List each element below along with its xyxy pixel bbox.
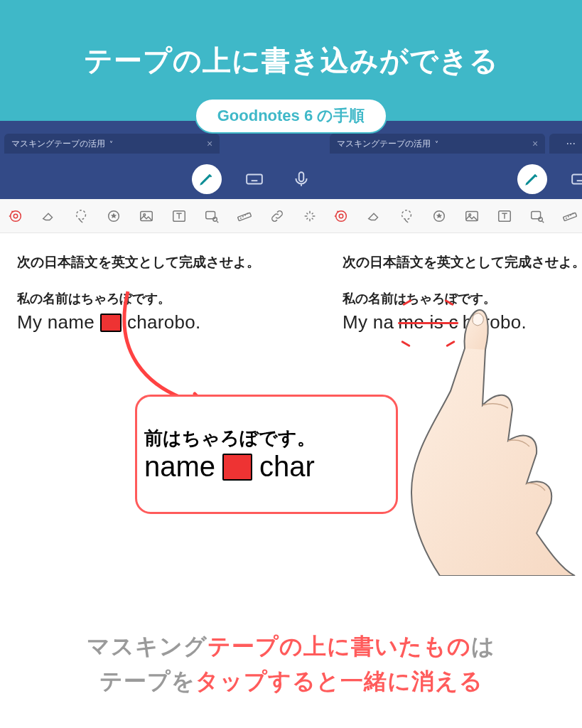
caption-line1: マスキングテープの上に書いたものは [0, 629, 582, 665]
cap-1a: マスキング [87, 633, 208, 659]
svg-point-16 [402, 210, 411, 219]
image-tool-icon[interactable] [462, 206, 482, 226]
tape-tool-icon[interactable] [331, 206, 351, 226]
masking-tape-square[interactable] [100, 314, 122, 332]
svg-rect-0 [247, 175, 262, 184]
eraser-tool-icon[interactable] [364, 206, 384, 226]
tap-burst-icon: me is c [398, 311, 458, 333]
pen-mode-button[interactable] [192, 164, 222, 194]
tab-notebook[interactable]: マスキングテープの活用 ˅ × [4, 134, 220, 154]
ruler-tool-icon[interactable] [560, 206, 580, 226]
cap-1b: テープの上に書いたもの [208, 633, 471, 659]
image-tool-icon[interactable] [136, 206, 156, 226]
zoom-b: char [259, 451, 315, 483]
tool-row-right [325, 199, 582, 233]
svg-rect-23 [563, 213, 576, 220]
link-tool-icon[interactable] [267, 206, 287, 226]
cap-1c: は [471, 633, 495, 659]
svg-point-2 [11, 210, 21, 221]
keyboard-mode-button[interactable] [566, 165, 582, 193]
en-part-b: me is c [398, 311, 458, 333]
doc-sentence-en: My name charobo. [17, 311, 311, 333]
chevron-down-icon[interactable]: ˅ [435, 140, 438, 148]
ruler-tool-icon[interactable] [235, 206, 254, 226]
tab-title: マスキングテープの活用 [11, 138, 105, 150]
pen-mode-button[interactable] [517, 164, 547, 194]
text-tool-icon[interactable] [495, 206, 514, 226]
caption-line2: テープをタップすると一緒に消える [0, 664, 582, 700]
more-tab[interactable]: ··· [549, 134, 582, 154]
stamp-tool-icon[interactable] [104, 206, 124, 226]
close-icon[interactable]: × [532, 138, 538, 149]
tool-row-left [0, 199, 325, 233]
stamp-tool-icon[interactable] [429, 206, 449, 226]
pill-wrap: Goodnotes 6 の手順 [0, 98, 582, 134]
lasso-tool-icon[interactable] [71, 206, 91, 226]
svg-point-4 [77, 210, 86, 219]
masking-tape-square [222, 454, 252, 481]
svg-point-14 [336, 210, 347, 221]
sparkle-tool-icon[interactable] [300, 206, 320, 226]
banner-title: テープの上に書き込みができる [84, 41, 499, 80]
goodnotes-pill: Goodnotes 6 の手順 [195, 98, 388, 134]
cap-2a: テープを [99, 668, 195, 694]
search-image-tool-icon[interactable] [202, 206, 222, 226]
svg-point-3 [14, 214, 18, 218]
tab-title: マスキングテープの活用 [337, 138, 431, 150]
doc-instruction: 次の日本語文を英文として完成させよ。 [17, 253, 311, 272]
zoom-line1: 前はちゃろぼです。 [144, 426, 396, 451]
keyboard-mode-button[interactable] [240, 165, 269, 193]
en-part-a: My na [343, 311, 394, 333]
text-tool-icon[interactable] [169, 206, 189, 226]
mode-row-left [0, 162, 325, 199]
svg-point-15 [339, 214, 343, 218]
doc-sentence-jp: 私の名前はちゃろぼです。 [343, 290, 582, 307]
zoom-line2: name char [144, 451, 396, 483]
zoom-callout: 前はちゃろぼです。 name char [135, 395, 398, 514]
eraser-tool-icon[interactable] [38, 206, 58, 226]
doc-sentence-jp: 私の名前はちゃろぼです。 [17, 290, 311, 307]
doc-sentence-en: My name is charobo. [343, 311, 582, 333]
close-icon[interactable]: × [207, 138, 212, 149]
caption: マスキングテープの上に書いたものは テープをタップすると一緒に消える [0, 629, 582, 700]
tape-tool-icon[interactable] [6, 206, 26, 226]
en-after: charobo. [127, 311, 201, 333]
cap-2b: タップすると一緒に消える [195, 668, 483, 694]
mode-row-right [325, 162, 582, 199]
svg-rect-11 [237, 213, 251, 220]
mic-mode-button[interactable] [287, 165, 316, 193]
svg-rect-1 [299, 172, 304, 181]
zoom-a: name [144, 451, 215, 483]
search-image-tool-icon[interactable] [527, 206, 547, 226]
doc-instruction: 次の日本語文を英文として完成させよ。 [343, 253, 582, 272]
en-part-c: harobo. [463, 311, 527, 333]
chevron-down-icon[interactable]: ˅ [109, 140, 113, 148]
en-before: My name [17, 311, 95, 333]
svg-rect-12 [572, 175, 582, 184]
lasso-tool-icon[interactable] [397, 206, 416, 226]
tab-notebook[interactable]: マスキングテープの活用 ˅ × [330, 134, 545, 154]
